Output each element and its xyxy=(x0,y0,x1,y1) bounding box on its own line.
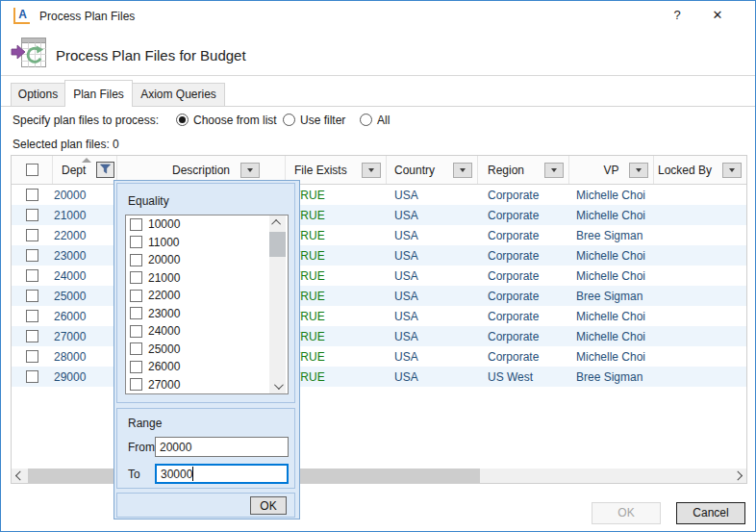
filter-value-item[interactable]: 24000 xyxy=(126,322,288,341)
tab-plan-files[interactable]: Plan Files xyxy=(64,80,133,107)
locked-by-cell xyxy=(654,346,746,367)
ok-button[interactable]: OK xyxy=(592,502,661,524)
locked-by-cell xyxy=(654,205,746,225)
country-cell: USA xyxy=(387,346,478,367)
row-select-cell xyxy=(12,185,53,205)
row-select-cell xyxy=(12,326,53,346)
file-exists-cell: TRUE xyxy=(286,245,387,266)
filter-value-checkbox[interactable] xyxy=(130,378,142,391)
column-header-region[interactable]: Region xyxy=(478,156,569,184)
locked-by-cell xyxy=(654,266,746,286)
filter-value-checkbox[interactable] xyxy=(130,218,142,231)
country-cell: USA xyxy=(387,367,478,387)
filter-value-item[interactable]: 11000 xyxy=(126,234,288,252)
row-checkbox[interactable] xyxy=(26,350,38,363)
cancel-button[interactable]: Cancel xyxy=(676,502,745,524)
column-header-country[interactable]: Country xyxy=(387,156,478,184)
row-select-cell xyxy=(12,225,53,245)
select-all-checkbox[interactable] xyxy=(26,164,38,176)
scroll-right-button[interactable] xyxy=(732,469,746,483)
vp-filter-button[interactable] xyxy=(629,163,648,178)
vertical-scroll-thumb[interactable] xyxy=(269,232,286,257)
radio-choose-from-list-label[interactable]: Choose from list xyxy=(193,114,277,127)
radio-all-label[interactable]: All xyxy=(377,114,390,127)
dept-cell: 29000 xyxy=(53,367,117,387)
help-button[interactable]: ? xyxy=(661,4,693,27)
filter-value-checkbox[interactable] xyxy=(130,236,142,248)
row-checkbox[interactable] xyxy=(26,310,38,322)
list-vertical-scrollbar[interactable] xyxy=(269,215,286,393)
filter-value-checkbox[interactable] xyxy=(130,342,142,355)
scroll-left-button[interactable] xyxy=(12,469,26,483)
filter-value-item[interactable]: 22000 xyxy=(126,287,288,305)
filter-value-label: 10000 xyxy=(148,217,180,231)
radio-all[interactable] xyxy=(360,114,372,126)
filter-value-item[interactable]: 20000 xyxy=(126,251,288,269)
locked-by-filter-button[interactable] xyxy=(722,163,742,178)
tab-axiom-queries[interactable]: Axiom Queries xyxy=(132,83,225,107)
filter-value-checkbox[interactable] xyxy=(130,254,142,266)
titlebar: A Process Plan Files ? ✕ xyxy=(1,1,755,30)
filter-value-checkbox[interactable] xyxy=(130,290,142,302)
filter-value-item[interactable]: 10000 xyxy=(126,215,288,234)
row-checkbox[interactable] xyxy=(26,209,38,221)
filter-value-checkbox[interactable] xyxy=(130,307,142,319)
row-checkbox[interactable] xyxy=(26,290,38,302)
column-header-dept[interactable]: Dept xyxy=(53,156,117,184)
filter-value-item[interactable]: 23000 xyxy=(126,305,288,323)
filter-value-item[interactable]: 21000 xyxy=(126,269,288,288)
dept-filter-popup: Equality 10000 11000 20000 xyxy=(113,180,300,519)
close-button[interactable]: ✕ xyxy=(701,4,734,27)
column-header-vp[interactable]: VP xyxy=(569,156,654,184)
filter-value-item[interactable]: 25000 xyxy=(126,341,288,359)
column-header-locked-by[interactable]: Locked By xyxy=(654,156,746,184)
row-checkbox[interactable] xyxy=(26,370,38,383)
scroll-up-button[interactable] xyxy=(269,215,286,230)
filter-value-item[interactable]: 27000 xyxy=(126,376,288,394)
row-select-cell xyxy=(12,266,53,286)
filter-value-item[interactable]: 26000 xyxy=(126,358,288,376)
dept-cell: 22000 xyxy=(53,225,117,245)
row-checkbox[interactable] xyxy=(26,330,38,342)
vp-cell: Michelle Choi xyxy=(569,185,654,205)
from-input[interactable] xyxy=(155,437,289,457)
region-cell: Corporate xyxy=(478,185,569,205)
filter-value-label: 26000 xyxy=(148,360,180,373)
dept-cell: 21000 xyxy=(53,205,117,225)
region-filter-button[interactable] xyxy=(544,163,564,178)
row-checkbox[interactable] xyxy=(26,229,38,241)
column-header-select[interactable] xyxy=(12,156,53,184)
row-checkbox[interactable] xyxy=(26,269,38,282)
file-exists-filter-button[interactable] xyxy=(362,163,381,178)
range-section: Range From To xyxy=(116,408,295,489)
to-input[interactable] xyxy=(155,464,289,484)
locked-by-cell xyxy=(654,326,746,346)
locked-by-cell xyxy=(654,367,746,387)
file-exists-cell: TRUE xyxy=(286,225,387,245)
app-icon: A xyxy=(13,8,30,24)
column-label: Locked By xyxy=(658,164,712,177)
filter-value-checkbox[interactable] xyxy=(130,325,142,338)
column-label: Dept xyxy=(62,164,86,177)
filter-value-checkbox[interactable] xyxy=(130,361,142,373)
radio-use-filter[interactable] xyxy=(283,114,295,126)
row-checkbox[interactable] xyxy=(26,189,38,201)
description-filter-button[interactable] xyxy=(240,163,260,178)
filter-value-label: 21000 xyxy=(148,271,180,285)
column-label: Region xyxy=(488,164,524,177)
dept-filter-button[interactable] xyxy=(96,162,114,178)
scroll-down-button[interactable] xyxy=(269,379,286,393)
window-title: Process Plan Files xyxy=(39,10,135,23)
row-checkbox[interactable] xyxy=(26,249,38,262)
filter-ok-button[interactable]: OK xyxy=(250,496,287,515)
column-header-file-exists[interactable]: File Exists xyxy=(286,156,387,184)
filter-value-label: 11000 xyxy=(148,236,179,249)
row-select-cell xyxy=(12,286,53,306)
file-exists-cell: TRUE xyxy=(286,185,387,205)
tab-options[interactable]: Options xyxy=(11,83,65,107)
equality-section: Equality 10000 11000 20000 xyxy=(116,183,295,403)
radio-use-filter-label[interactable]: Use filter xyxy=(300,114,345,127)
filter-value-checkbox[interactable] xyxy=(130,271,142,284)
country-filter-button[interactable] xyxy=(453,163,472,178)
radio-choose-from-list[interactable] xyxy=(176,114,189,126)
